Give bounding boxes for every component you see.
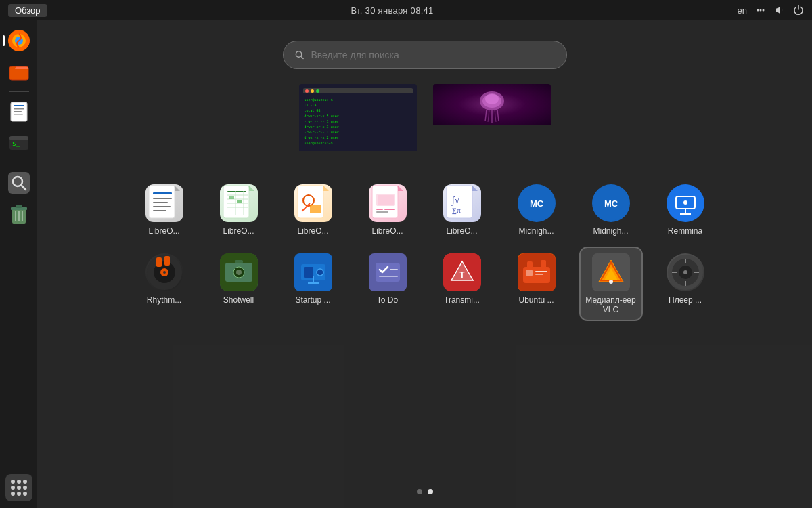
lang-indicator[interactable]: en xyxy=(738,5,747,16)
app-item-midnight-1[interactable]: MC Midnigh... xyxy=(506,179,567,241)
dock-item-search[interactable] xyxy=(5,169,32,196)
libreoffice-impress-icon xyxy=(369,184,407,222)
app-item-startup-disk[interactable]: Startup ... xyxy=(283,248,344,320)
app-item-libreoffice-math[interactable]: ∫√ ∑π LibreO... xyxy=(432,179,493,241)
dock-item-terminal[interactable]: $_ xyxy=(5,129,32,156)
svg-point-92 xyxy=(317,269,323,276)
page-indicators xyxy=(37,489,812,494)
svg-rect-11 xyxy=(14,111,22,112)
todo-icon xyxy=(369,253,407,291)
midnight-commander-1-icon: MC xyxy=(518,184,556,222)
svg-marker-43 xyxy=(249,186,254,191)
dock-item-firefox[interactable] xyxy=(5,27,32,54)
search-icon xyxy=(294,49,304,60)
app-grid: LibreO... xyxy=(37,179,812,320)
terminal-thumb-content: user@ubuntu:~$ ls -la total 48 drwxr-xr-… xyxy=(299,84,417,151)
app-item-vlc[interactable]: Медиапл-еер VLC xyxy=(581,248,641,320)
terminal-thumbnail[interactable]: user@ubuntu:~$ ls -la total 48 drwxr-xr-… xyxy=(298,83,418,158)
libreoffice-math-icon: ∫√ ∑π xyxy=(443,184,481,222)
volume-icon[interactable] xyxy=(774,5,785,16)
svg-rect-108 xyxy=(541,260,546,268)
svg-rect-61 xyxy=(378,195,394,205)
svg-point-87 xyxy=(236,270,242,275)
svg-rect-64 xyxy=(376,211,388,213)
svg-marker-36 xyxy=(175,186,180,191)
startup-disk-icon xyxy=(294,253,332,291)
page-dot-2[interactable] xyxy=(428,489,433,494)
svg-text:MC: MC xyxy=(604,198,618,209)
page-dot-1[interactable] xyxy=(417,489,422,494)
svg-point-77 xyxy=(683,200,687,205)
app-item-midnight-2[interactable]: MC Midnigh... xyxy=(581,179,641,241)
overview-button[interactable]: Обзор xyxy=(8,4,47,17)
svg-point-113 xyxy=(609,280,613,284)
svg-marker-54 xyxy=(323,186,329,191)
ubuntu-software-label: Ubuntu ... xyxy=(518,295,554,305)
app-item-transmission[interactable]: T Transmi... xyxy=(432,248,493,320)
dock-apps-button[interactable] xyxy=(5,474,32,501)
libreoffice-impress-label: LibreO... xyxy=(371,226,403,236)
svg-rect-16 xyxy=(8,172,30,194)
app-item-rhythmbox[interactable]: Rhythm... xyxy=(134,248,195,320)
desktop-thumbnail[interactable] xyxy=(432,83,552,158)
app-item-libreoffice-draw[interactable]: LibreO... xyxy=(283,179,344,241)
svg-rect-104 xyxy=(526,270,533,276)
remmina-icon xyxy=(667,184,704,222)
svg-rect-51 xyxy=(237,200,242,203)
libreoffice-calc-icon xyxy=(220,184,258,222)
dock-item-writer[interactable] xyxy=(5,98,32,125)
svg-point-29 xyxy=(485,93,499,104)
libreoffice-writer-icon xyxy=(145,184,183,222)
svg-rect-41 xyxy=(153,210,166,211)
libreoffice-draw-label: LibreO... xyxy=(297,226,328,236)
top-bar-right: en xyxy=(738,5,804,16)
svg-text:MC: MC xyxy=(529,198,543,209)
network-icon[interactable] xyxy=(755,5,766,16)
svg-rect-107 xyxy=(527,261,533,268)
svg-marker-59 xyxy=(398,186,403,191)
transmission-label: Transmi... xyxy=(444,295,480,305)
remmina-label: Remmina xyxy=(668,226,702,236)
dock-divider xyxy=(9,91,29,92)
thumbnails-row: user@ubuntu:~$ ls -la total 48 drwxr-xr-… xyxy=(37,83,812,158)
app-item-ubuntu-software[interactable]: Ubuntu ... xyxy=(506,248,567,320)
midnight-commander-2-icon: MC xyxy=(592,184,630,222)
svg-point-117 xyxy=(683,270,687,274)
svg-rect-38 xyxy=(153,198,172,199)
svg-rect-42 xyxy=(223,186,249,218)
svg-rect-52 xyxy=(229,196,234,199)
libreoffice-writer-label: LibreO... xyxy=(148,226,179,236)
app-item-libreoffice-writer[interactable]: LibreO... xyxy=(134,179,195,241)
search-bar[interactable] xyxy=(283,41,567,69)
svg-rect-56 xyxy=(310,205,321,213)
dock-item-trash[interactable] xyxy=(5,200,32,228)
shotwell-label: Shotwell xyxy=(223,295,254,305)
app-item-libreoffice-calc[interactable]: LibreO... xyxy=(208,179,269,241)
svg-rect-63 xyxy=(384,209,395,210)
app-item-remmina[interactable]: Remmina xyxy=(655,179,716,241)
dock-item-files[interactable] xyxy=(5,58,32,85)
svg-rect-62 xyxy=(376,209,383,210)
power-icon[interactable] xyxy=(793,5,804,16)
app-item-shotwell[interactable]: Shotwell xyxy=(208,248,269,320)
app-item-libreoffice-impress[interactable]: LibreO... xyxy=(357,179,418,241)
shotwell-icon xyxy=(220,253,258,291)
player-icon xyxy=(667,253,704,291)
search-input[interactable] xyxy=(311,49,555,60)
app-item-todo[interactable]: To Do xyxy=(357,248,418,320)
svg-text:∑π: ∑π xyxy=(452,207,461,215)
midnight-commander-1-label: Midnigh... xyxy=(518,226,554,236)
svg-rect-9 xyxy=(14,105,24,106)
startup-disk-label: Startup ... xyxy=(295,295,330,305)
svg-line-31 xyxy=(488,110,489,122)
svg-line-30 xyxy=(485,110,487,121)
svg-line-33 xyxy=(495,110,496,122)
svg-text:$_: $_ xyxy=(12,140,20,147)
svg-line-26 xyxy=(300,56,302,58)
svg-rect-39 xyxy=(153,202,168,203)
app-item-player[interactable]: Плеер ... xyxy=(655,248,716,320)
svg-text:T: T xyxy=(459,270,465,280)
vlc-label: Медиапл-еер VLC xyxy=(584,295,638,314)
todo-label: To Do xyxy=(377,295,398,305)
svg-rect-10 xyxy=(14,108,24,110)
